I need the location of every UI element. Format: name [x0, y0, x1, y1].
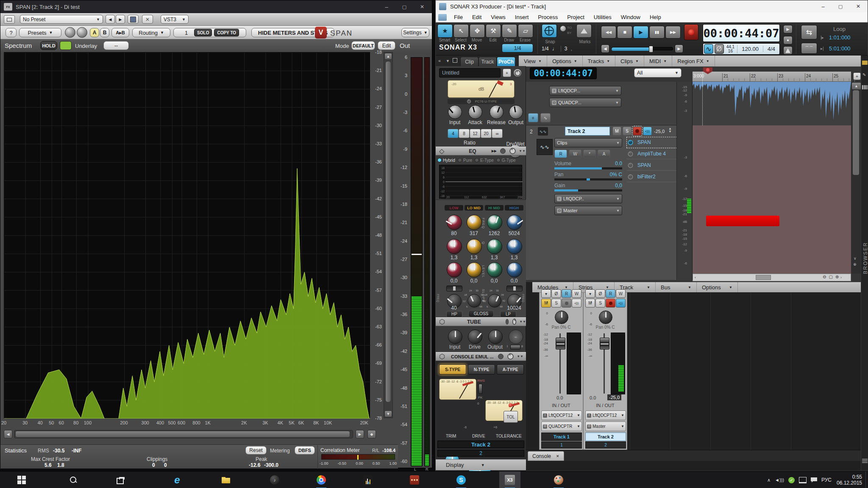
tool-draw-button[interactable]: ✎	[502, 24, 517, 38]
console-emu-power-icon[interactable]	[507, 353, 513, 359]
menu-views[interactable]: Views	[486, 14, 510, 20]
track-filter-dropdown[interactable]: All▼	[634, 68, 682, 78]
zoom-controls[interactable]: ⊖▢⊕	[823, 274, 851, 279]
delete-preset-button[interactable]: ✕	[142, 15, 153, 24]
automation-offset-button[interactable]: A	[598, 150, 610, 158]
loop-button[interactable]: ⇆	[801, 25, 817, 39]
solo-button[interactable]: SOLO	[194, 29, 212, 36]
skype-status-icon[interactable]: ✓	[788, 477, 795, 483]
samplerate-bits[interactable]: 44.116	[726, 45, 737, 53]
taskbar-task-view-icon[interactable]	[109, 471, 131, 488]
play-button[interactable]: ▶	[633, 26, 648, 39]
track2-input-dropdown[interactable]: ILftQDCP..▼	[554, 194, 622, 203]
console-tab[interactable]: Console ✕	[528, 451, 564, 461]
tool-erase-button[interactable]: ▱	[518, 24, 533, 38]
taskbar-chrome-icon[interactable]	[311, 471, 332, 488]
record-button[interactable]	[684, 24, 698, 40]
spectrum-vscrollbar[interactable]: ▲ ▼	[384, 52, 393, 418]
fast-forward-button[interactable]: ▶▶	[665, 26, 681, 39]
draw-resolution-button[interactable]: 1/4	[502, 44, 533, 53]
console-type-s-type[interactable]: S-TYPE	[439, 364, 466, 374]
copy-to-button[interactable]: COPY TO	[214, 29, 239, 36]
menu-help[interactable]: Help	[645, 14, 666, 20]
console-strip-track-1[interactable]: ▾ØRWMS•)))Pan 0% C60-6-12-18-24-36-∞0.0I…	[539, 292, 583, 450]
track2-solo-button[interactable]: S	[623, 127, 632, 136]
strip-output-dropdown[interactable]: OMaster▼	[585, 421, 626, 431]
volume-slider[interactable]	[554, 167, 622, 169]
hscroll-thumb[interactable]	[15, 431, 350, 438]
span-minimize-button[interactable]: –	[379, 0, 394, 13]
fader-cap[interactable]	[600, 338, 609, 349]
console-type-n-type[interactable]: N-TYPE	[468, 364, 495, 374]
view-menu-options[interactable]: Options▼	[547, 55, 583, 67]
a-to-b-copy-button[interactable]: A▸B	[111, 28, 129, 37]
strip-input-dropdown[interactable]: ILftQDCPT12▼	[541, 410, 582, 420]
fx-power-icon[interactable]	[628, 151, 633, 156]
band-level-knob[interactable]	[467, 262, 482, 277]
automation-write-button[interactable]: W	[569, 150, 581, 158]
reset-button[interactable]: Reset	[245, 446, 267, 455]
scroll-up-icon[interactable]: ▲	[851, 82, 861, 90]
tab-proch[interactable]: ProCh	[497, 57, 515, 66]
menu-edit[interactable]: Edit	[467, 14, 486, 20]
track2-clips-dropdown[interactable]: Clips▼	[554, 138, 622, 147]
lp-button[interactable]: LP	[500, 311, 516, 317]
lane-vscroll[interactable]: ▲ ∨ ⊕	[851, 82, 861, 274]
tube-power-icon[interactable]	[512, 319, 516, 324]
tempo-value[interactable]: 120.00	[737, 46, 763, 52]
snap-value-row[interactable]: 1/4 ♩ 3 ,	[542, 44, 593, 53]
track1-automation-button[interactable]: ∿	[540, 113, 551, 122]
automation-snapshot-button[interactable]: *	[583, 150, 596, 158]
band-level-knob[interactable]	[507, 262, 522, 277]
waveform-display-icon[interactable]: ∿	[704, 44, 713, 54]
band-shelf-toggle[interactable]	[506, 286, 523, 291]
tube-drive-knob[interactable]	[468, 330, 482, 344]
keyboard-icon[interactable]	[862, 85, 868, 89]
loop-markers-button[interactable]: ⌒⌒	[801, 43, 817, 54]
menu-window[interactable]: Window	[616, 14, 645, 20]
format-combobox[interactable]: VST3▼	[161, 15, 189, 24]
fx-item-span[interactable]: SPAN	[627, 160, 676, 171]
folder-icon[interactable]	[862, 61, 868, 65]
tol-button[interactable]: TOL	[504, 411, 518, 423]
preset-prev-button[interactable]: ◀	[106, 15, 115, 24]
sonar-close-button[interactable]: ✕	[850, 0, 867, 12]
tube-solo-icon[interactable]	[506, 319, 509, 324]
ratio-1-button[interactable]: 8	[459, 129, 470, 138]
browser-label[interactable]: BROWSER	[862, 242, 868, 274]
knob-a-icon[interactable]	[65, 27, 75, 38]
tab-track[interactable]: Track	[479, 57, 497, 66]
chevron-mini-button[interactable]: ▾	[541, 289, 551, 298]
console-emu-solo-icon[interactable]	[498, 354, 504, 359]
ratio-0-button[interactable]: 4	[448, 129, 459, 138]
taskbar-search-icon[interactable]	[63, 471, 84, 488]
console-strip-track-2[interactable]: ▾ØRWMS•)))Pan 0% C60-6-12-18-24-36-∞0.0-…	[583, 292, 627, 450]
lane-hscroll-thumb[interactable]	[756, 275, 771, 280]
band-level-knob[interactable]	[447, 262, 462, 277]
help-button[interactable]: ?	[6, 28, 17, 37]
zoom-chevron-icon[interactable]: ∨	[854, 256, 857, 261]
save-preset-button[interactable]	[128, 15, 139, 24]
show-desktop-button[interactable]	[865, 471, 868, 488]
gloss-button[interactable]: GLOSS	[468, 310, 494, 317]
ab-compare-a-button[interactable]: A	[90, 28, 99, 37]
strip-output-dropdown[interactable]: OQUADCPTR▼	[541, 421, 582, 431]
attack-knob[interactable]	[468, 105, 482, 119]
recording-clip[interactable]	[706, 216, 779, 226]
strip-arm-button[interactable]	[562, 299, 571, 308]
scroll-left-icon[interactable]: ‹	[695, 275, 696, 280]
tray-expand-icon[interactable]: ∧	[767, 477, 771, 483]
view-menu-tracks[interactable]: Tracks▼	[583, 55, 615, 67]
taskbar-paint-icon[interactable]	[548, 471, 569, 488]
eq-type-g-type[interactable]: G-Type	[496, 158, 516, 163]
ab-compare-b-button[interactable]: B	[100, 28, 109, 37]
tube-module-header[interactable]: ⬡ TUBE ▼▼	[436, 317, 526, 326]
spectrum-color-swatch[interactable]	[60, 41, 72, 50]
output-knob[interactable]	[509, 105, 523, 119]
scroll-down-icon[interactable]: ▼	[384, 410, 392, 417]
write-mini-button[interactable]: W	[616, 289, 626, 298]
proch-preset-field[interactable]: Untitled	[439, 68, 501, 78]
scroll-up-icon[interactable]: ▲	[384, 53, 392, 60]
play-small-icon[interactable]: ▶	[783, 25, 793, 33]
collapse-chevrons-icon[interactable]: ▼▼	[517, 355, 523, 358]
